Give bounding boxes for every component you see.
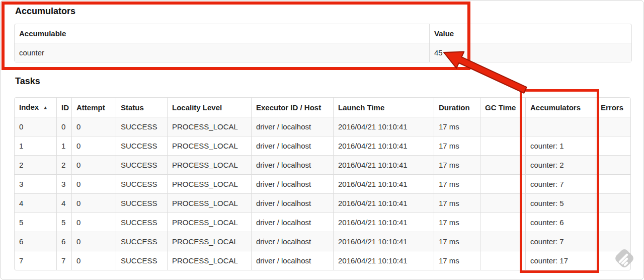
table-cell xyxy=(480,213,525,232)
table-cell: 1 xyxy=(56,136,71,155)
table-cell: PROCESS_LOCAL xyxy=(167,155,251,174)
table-row: counter 45 xyxy=(15,43,631,62)
table-cell: SUCCESS xyxy=(116,232,167,251)
table-cell: 17 ms xyxy=(434,213,480,232)
table-cell: counter: 1 xyxy=(525,136,596,155)
table-cell: 5 xyxy=(56,213,71,232)
table-row: 770SUCCESSPROCESS_LOCALdriver / localhos… xyxy=(15,251,630,270)
table-cell: PROCESS_LOCAL xyxy=(167,193,251,213)
table-cell: 1 xyxy=(15,136,56,155)
column-header-gc-time[interactable]: GC Time xyxy=(480,98,525,117)
table-cell: 2016/04/21 10:10:41 xyxy=(333,174,434,193)
table-cell: SUCCESS xyxy=(116,174,167,193)
table-cell: 0 xyxy=(71,193,116,213)
table-row: 660SUCCESSPROCESS_LOCALdriver / localhos… xyxy=(15,232,630,251)
table-cell: 2 xyxy=(15,155,56,174)
table-cell: 6 xyxy=(15,232,56,251)
table-row: 000SUCCESSPROCESS_LOCALdriver / localhos… xyxy=(15,117,630,136)
column-header-index-label: Index xyxy=(19,103,39,111)
table-cell: 17 ms xyxy=(434,136,480,155)
table-cell: 2016/04/21 10:10:41 xyxy=(333,155,434,174)
table-cell: 4 xyxy=(15,193,56,213)
table-cell: SUCCESS xyxy=(116,136,167,155)
table-cell: 2 xyxy=(56,155,71,174)
table-cell: 0 xyxy=(71,251,116,270)
table-cell: 0 xyxy=(15,117,56,136)
tasks-table: Index▲ ID Attempt Status Locality Level … xyxy=(14,97,631,270)
table-cell xyxy=(480,251,525,270)
column-header-accumulable[interactable]: Accumulable xyxy=(15,24,429,43)
column-header-duration[interactable]: Duration xyxy=(434,98,480,117)
accumulators-table: Accumulable Value counter 45 xyxy=(14,24,632,62)
accumulable-name-cell: counter xyxy=(15,43,429,62)
table-cell: 2016/04/21 10:10:41 xyxy=(333,213,434,232)
sort-ascending-icon: ▲ xyxy=(43,105,48,110)
watermark-icon xyxy=(610,244,638,272)
table-cell xyxy=(480,136,525,155)
column-header-errors[interactable]: Errors xyxy=(596,98,630,117)
table-cell: driver / localhost xyxy=(251,136,333,155)
column-header-attempt[interactable]: Attempt xyxy=(71,98,116,117)
column-header-locality-level[interactable]: Locality Level xyxy=(167,98,251,117)
table-cell xyxy=(596,117,630,136)
table-cell xyxy=(480,193,525,213)
table-cell xyxy=(596,193,630,213)
table-cell: SUCCESS xyxy=(116,213,167,232)
table-cell xyxy=(596,136,630,155)
table-cell: counter: 7 xyxy=(525,232,596,251)
table-cell xyxy=(596,155,630,174)
table-cell: driver / localhost xyxy=(251,174,333,193)
table-row: 330SUCCESSPROCESS_LOCALdriver / localhos… xyxy=(15,174,630,193)
table-cell: 0 xyxy=(56,117,71,136)
table-cell: SUCCESS xyxy=(116,117,167,136)
table-cell: driver / localhost xyxy=(251,213,333,232)
column-header-launch-time[interactable]: Launch Time xyxy=(333,98,434,117)
column-header-executor-id-host[interactable]: Executor ID / Host xyxy=(251,98,333,117)
table-cell: counter: 6 xyxy=(525,213,596,232)
table-cell: 0 xyxy=(71,174,116,193)
table-header-row: Accumulable Value xyxy=(15,24,631,43)
column-header-index[interactable]: Index▲ xyxy=(15,98,56,117)
table-cell xyxy=(480,117,525,136)
table-header-row: Index▲ ID Attempt Status Locality Level … xyxy=(15,98,630,117)
table-cell: 17 ms xyxy=(434,251,480,270)
table-cell: driver / localhost xyxy=(251,251,333,270)
table-cell: PROCESS_LOCAL xyxy=(167,136,251,155)
tasks-table-body: 000SUCCESSPROCESS_LOCALdriver / localhos… xyxy=(15,117,630,270)
table-cell: driver / localhost xyxy=(251,193,333,213)
table-cell: PROCESS_LOCAL xyxy=(167,213,251,232)
table-cell: 4 xyxy=(56,193,71,213)
table-cell: 0 xyxy=(71,232,116,251)
browser-viewport: Accumulators Accumulable Value counter 4… xyxy=(0,0,644,280)
table-cell: SUCCESS xyxy=(116,193,167,213)
table-cell: 17 ms xyxy=(434,232,480,251)
table-cell xyxy=(525,117,596,136)
table-cell: 2016/04/21 10:10:41 xyxy=(333,232,434,251)
table-cell: 5 xyxy=(15,213,56,232)
table-cell: 17 ms xyxy=(434,117,480,136)
table-cell: driver / localhost xyxy=(251,117,333,136)
table-cell: 0 xyxy=(71,136,116,155)
table-row: 110SUCCESSPROCESS_LOCALdriver / localhos… xyxy=(15,136,630,155)
column-header-status[interactable]: Status xyxy=(116,98,167,117)
table-cell: 0 xyxy=(71,155,116,174)
table-cell: counter: 5 xyxy=(525,193,596,213)
table-cell: driver / localhost xyxy=(251,155,333,174)
table-cell: PROCESS_LOCAL xyxy=(167,251,251,270)
column-header-value[interactable]: Value xyxy=(429,24,631,43)
table-cell: driver / localhost xyxy=(251,232,333,251)
tasks-heading: Tasks xyxy=(15,76,40,87)
table-cell: 7 xyxy=(56,251,71,270)
table-cell: 2016/04/21 10:10:41 xyxy=(333,193,434,213)
table-cell: 3 xyxy=(15,174,56,193)
accumulable-value-cell: 45 xyxy=(429,43,631,62)
table-cell: counter: 2 xyxy=(525,155,596,174)
column-header-accumulators[interactable]: Accumulators xyxy=(525,98,596,117)
table-cell xyxy=(596,213,630,232)
column-header-id[interactable]: ID xyxy=(56,98,71,117)
table-cell: 2016/04/21 10:10:41 xyxy=(333,117,434,136)
table-cell xyxy=(596,174,630,193)
table-cell: SUCCESS xyxy=(116,251,167,270)
table-cell: PROCESS_LOCAL xyxy=(167,174,251,193)
table-cell: counter: 17 xyxy=(525,251,596,270)
